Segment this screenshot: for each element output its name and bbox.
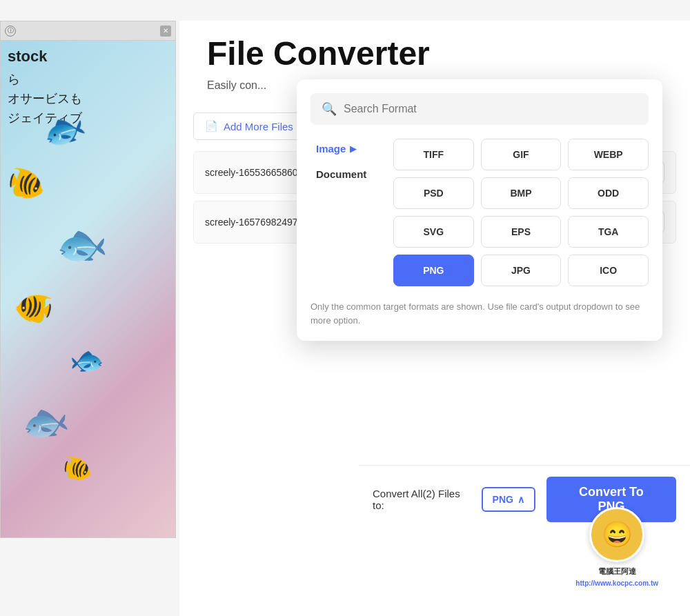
watermark-site-name: 電腦王阿達 (594, 565, 640, 578)
ad-content: stock ら オサービスも ジェイティブ 🐟 🐠 🐟 🐠 🐟 🐟 🐠 (1, 41, 175, 537)
page-title: File Converter (179, 21, 690, 79)
category-document[interactable]: Document (310, 164, 379, 184)
format-popup: 🔍 Image ▶ Document TIFF GIF WEBP (297, 79, 662, 341)
format-png[interactable]: PNG (393, 255, 474, 286)
format-grid: TIFF GIF WEBP PSD BMP ODD SVG EPS TGA PN… (393, 139, 649, 286)
category-image-label: Image (316, 143, 346, 155)
format-psd[interactable]: PSD (393, 177, 474, 209)
search-bar: 🔍 (310, 93, 649, 125)
format-webp[interactable]: WEBP (568, 139, 649, 170)
format-tga[interactable]: TGA (568, 216, 649, 248)
format-tiff[interactable]: TIFF (393, 139, 474, 170)
search-icon: 🔍 (322, 101, 337, 117)
format-categories: Image ▶ Document (310, 139, 379, 286)
format-eps[interactable]: EPS (481, 216, 562, 248)
ad-info-icon[interactable]: ⓘ (5, 26, 16, 37)
watermark-avatar: 😄 (589, 507, 644, 562)
search-input[interactable] (344, 103, 638, 115)
category-document-label: Document (316, 168, 366, 180)
fish-container: 🐟 🐠 🐟 🐠 🐟 🐟 🐠 (1, 96, 175, 537)
ad-close-icon[interactable]: ✕ (160, 26, 171, 37)
selected-format-label: PNG (493, 494, 513, 505)
format-body: Image ▶ Document TIFF GIF WEBP PSD BMP O… (310, 139, 649, 286)
format-gif[interactable]: GIF (481, 139, 562, 170)
format-bmp[interactable]: BMP (481, 177, 562, 209)
ad-panel: ⓘ ✕ stock ら オサービスも ジェイティブ 🐟 🐠 🐟 🐠 🐟 🐟 🐠 (0, 21, 176, 538)
format-svg[interactable]: SVG (393, 216, 474, 248)
ad-top-bar-icons: ✕ (160, 26, 171, 37)
ad-text-line-1: ら (8, 71, 168, 88)
category-image[interactable]: Image ▶ (310, 139, 379, 159)
add-file-icon: 📄 (205, 120, 218, 132)
watermark: 😄 電腦王阿達 http://www.kocpc.com.tw (571, 507, 662, 588)
format-hint: Only the common target formats are shown… (310, 300, 649, 327)
watermark-url: http://www.kocpc.com.tw (571, 578, 662, 588)
dropdown-arrow-icon: ∧ (518, 494, 524, 505)
format-ico[interactable]: ICO (568, 255, 649, 286)
main-page: ⓘ ✕ stock ら オサービスも ジェイティブ 🐟 🐠 🐟 🐠 🐟 🐟 🐠 … (0, 0, 690, 616)
ad-top-bar: ⓘ ✕ (1, 21, 175, 41)
convert-all-label: Convert All(2) Files to: (373, 488, 471, 511)
add-more-files-label: Add More Files (224, 121, 293, 132)
format-jpg[interactable]: JPG (481, 255, 562, 286)
format-odd[interactable]: ODD (568, 177, 649, 209)
file-name-2: screely-165769824973... (205, 217, 311, 228)
category-image-arrow: ▶ (350, 144, 356, 154)
ad-brand: stock (8, 48, 168, 66)
file-name-1: screely-165536658608... (205, 167, 311, 178)
format-dropdown[interactable]: PNG ∧ (482, 487, 535, 512)
